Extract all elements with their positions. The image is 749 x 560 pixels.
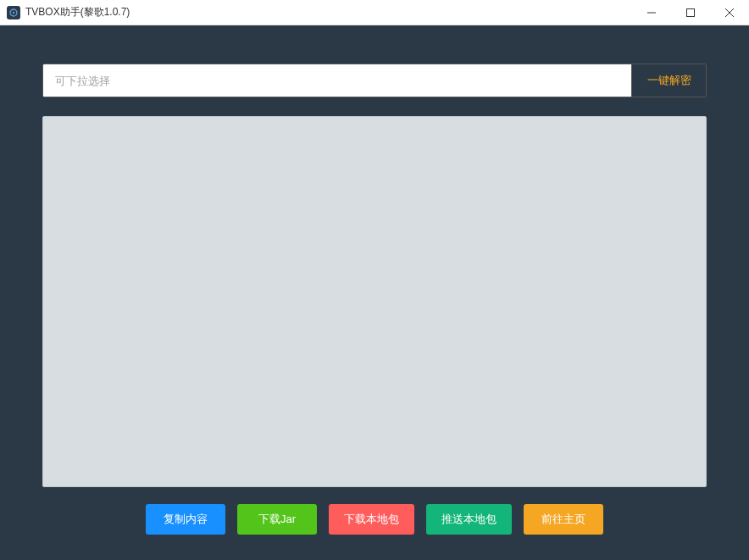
svg-point-1 — [13, 11, 14, 13]
main-content: 一键解密 复制内容 下载Jar 下载本地包 推送本地包 前往主页 — [0, 25, 749, 560]
input-row: 一键解密 — [42, 64, 707, 97]
svg-rect-3 — [687, 8, 695, 16]
maximize-button[interactable] — [671, 0, 710, 25]
source-dropdown-input[interactable] — [43, 64, 631, 97]
close-button[interactable] — [710, 0, 749, 25]
maximize-icon — [686, 8, 695, 17]
window-controls — [632, 0, 749, 25]
window-title: TVBOX助手(黎歌1.0.7) — [25, 5, 632, 19]
titlebar: TVBOX助手(黎歌1.0.7) — [0, 0, 749, 25]
push-local-package-button[interactable]: 推送本地包 — [426, 504, 512, 535]
decrypt-button[interactable]: 一键解密 — [631, 64, 706, 97]
minimize-button[interactable] — [632, 0, 671, 25]
download-local-package-button[interactable]: 下载本地包 — [329, 504, 414, 535]
close-icon — [725, 8, 734, 17]
action-button-row: 复制内容 下载Jar 下载本地包 推送本地包 前往主页 — [42, 504, 707, 535]
download-jar-button[interactable]: 下载Jar — [237, 504, 317, 535]
app-icon — [7, 6, 20, 19]
go-home-button[interactable]: 前往主页 — [524, 504, 603, 535]
app-window: TVBOX助手(黎歌1.0.7) 一键解密 复制内容 下载Jar 下载本地包 推… — [0, 0, 749, 560]
minimize-icon — [647, 8, 656, 17]
output-textarea[interactable] — [42, 116, 707, 487]
copy-content-button[interactable]: 复制内容 — [146, 504, 225, 535]
